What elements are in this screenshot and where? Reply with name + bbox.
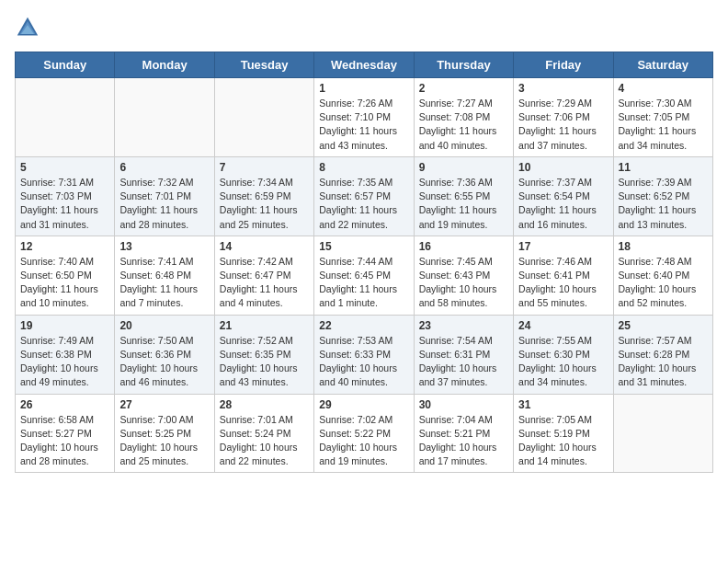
day-info: Sunrise: 7:32 AM Sunset: 7:01 PM Dayligh…: [119, 176, 209, 232]
calendar-week-row: 1Sunrise: 7:26 AM Sunset: 7:10 PM Daylig…: [16, 78, 713, 157]
calendar-cell: 6Sunrise: 7:32 AM Sunset: 7:01 PM Daylig…: [115, 156, 214, 236]
day-info: Sunrise: 7:42 AM Sunset: 6:47 PM Dayligh…: [220, 255, 309, 311]
calendar-week-row: 26Sunrise: 6:58 AM Sunset: 5:27 PM Dayli…: [16, 394, 713, 473]
day-info: Sunrise: 7:41 AM Sunset: 6:48 PM Dayligh…: [119, 255, 209, 311]
calendar-cell: 21Sunrise: 7:52 AM Sunset: 6:35 PM Dayli…: [214, 315, 313, 394]
day-info: Sunrise: 7:31 AM Sunset: 7:03 PM Dayligh…: [20, 176, 109, 232]
day-info: Sunrise: 7:04 AM Sunset: 5:21 PM Dayligh…: [419, 413, 508, 469]
calendar-cell: [115, 78, 214, 157]
calendar-cell: 19Sunrise: 7:49 AM Sunset: 6:38 PM Dayli…: [16, 315, 115, 394]
day-info: Sunrise: 7:45 AM Sunset: 6:43 PM Dayligh…: [419, 255, 508, 311]
day-number: 24: [518, 319, 608, 332]
day-info: Sunrise: 7:37 AM Sunset: 6:54 PM Dayligh…: [518, 176, 608, 232]
day-info: Sunrise: 7:36 AM Sunset: 6:55 PM Dayligh…: [419, 176, 508, 232]
day-header: Saturday: [613, 52, 712, 78]
day-number: 30: [419, 398, 508, 411]
calendar-cell: 24Sunrise: 7:55 AM Sunset: 6:30 PM Dayli…: [514, 315, 613, 394]
day-info: Sunrise: 7:01 AM Sunset: 5:24 PM Dayligh…: [220, 413, 309, 469]
day-header: Wednesday: [314, 52, 414, 78]
day-info: Sunrise: 7:29 AM Sunset: 7:06 PM Dayligh…: [518, 97, 608, 153]
day-info: Sunrise: 7:54 AM Sunset: 6:31 PM Dayligh…: [419, 334, 508, 390]
day-number: 5: [20, 161, 109, 174]
day-info: Sunrise: 7:05 AM Sunset: 5:19 PM Dayligh…: [518, 413, 608, 469]
calendar-week-row: 19Sunrise: 7:49 AM Sunset: 6:38 PM Dayli…: [16, 315, 713, 394]
day-number: 17: [518, 240, 608, 253]
day-number: 11: [619, 161, 708, 174]
day-number: 6: [119, 161, 209, 174]
calendar-cell: 23Sunrise: 7:54 AM Sunset: 6:31 PM Dayli…: [414, 315, 513, 394]
calendar-cell: [214, 78, 313, 157]
calendar-week-row: 12Sunrise: 7:40 AM Sunset: 6:50 PM Dayli…: [16, 236, 713, 315]
logo-icon: [15, 15, 40, 40]
calendar-cell: 17Sunrise: 7:46 AM Sunset: 6:41 PM Dayli…: [514, 236, 613, 315]
day-header: Thursday: [414, 52, 513, 78]
calendar-cell: 27Sunrise: 7:00 AM Sunset: 5:25 PM Dayli…: [115, 394, 214, 473]
calendar-cell: 14Sunrise: 7:42 AM Sunset: 6:47 PM Dayli…: [214, 236, 313, 315]
calendar-cell: 1Sunrise: 7:26 AM Sunset: 7:10 PM Daylig…: [314, 78, 414, 157]
day-info: Sunrise: 7:40 AM Sunset: 6:50 PM Dayligh…: [20, 255, 109, 311]
day-number: 13: [119, 240, 209, 253]
day-info: Sunrise: 7:50 AM Sunset: 6:36 PM Dayligh…: [119, 334, 209, 390]
day-number: 10: [518, 161, 608, 174]
day-number: 31: [518, 398, 608, 411]
day-number: 2: [419, 82, 508, 95]
day-number: 8: [319, 161, 408, 174]
day-number: 21: [220, 319, 309, 332]
day-info: Sunrise: 7:49 AM Sunset: 6:38 PM Dayligh…: [20, 334, 109, 390]
calendar-table: SundayMondayTuesdayWednesdayThursdayFrid…: [15, 52, 713, 473]
day-header: Sunday: [16, 52, 115, 78]
calendar-cell: 18Sunrise: 7:48 AM Sunset: 6:40 PM Dayli…: [613, 236, 712, 315]
day-info: Sunrise: 7:53 AM Sunset: 6:33 PM Dayligh…: [319, 334, 408, 390]
calendar-cell: 11Sunrise: 7:39 AM Sunset: 6:52 PM Dayli…: [613, 156, 712, 236]
day-number: 4: [619, 82, 708, 95]
calendar-cell: 2Sunrise: 7:27 AM Sunset: 7:08 PM Daylig…: [414, 78, 513, 157]
day-number: 28: [220, 398, 309, 411]
day-number: 27: [119, 398, 209, 411]
calendar-cell: 30Sunrise: 7:04 AM Sunset: 5:21 PM Dayli…: [414, 394, 513, 473]
calendar-cell: 13Sunrise: 7:41 AM Sunset: 6:48 PM Dayli…: [115, 236, 214, 315]
day-number: 29: [319, 398, 408, 411]
day-info: Sunrise: 7:34 AM Sunset: 6:59 PM Dayligh…: [220, 176, 309, 232]
day-info: Sunrise: 7:48 AM Sunset: 6:40 PM Dayligh…: [619, 255, 708, 311]
day-info: Sunrise: 7:35 AM Sunset: 6:57 PM Dayligh…: [319, 176, 408, 232]
day-header: Friday: [514, 52, 613, 78]
day-number: 1: [319, 82, 408, 95]
day-info: Sunrise: 7:52 AM Sunset: 6:35 PM Dayligh…: [220, 334, 309, 390]
calendar-cell: 16Sunrise: 7:45 AM Sunset: 6:43 PM Dayli…: [414, 236, 513, 315]
day-info: Sunrise: 7:02 AM Sunset: 5:22 PM Dayligh…: [319, 413, 408, 469]
calendar-cell: 29Sunrise: 7:02 AM Sunset: 5:22 PM Dayli…: [314, 394, 414, 473]
day-number: 9: [419, 161, 508, 174]
calendar-week-row: 5Sunrise: 7:31 AM Sunset: 7:03 PM Daylig…: [16, 156, 713, 236]
day-number: 3: [518, 82, 608, 95]
day-info: Sunrise: 7:39 AM Sunset: 6:52 PM Dayligh…: [619, 176, 708, 232]
day-info: Sunrise: 7:27 AM Sunset: 7:08 PM Dayligh…: [419, 97, 508, 153]
day-number: 12: [20, 240, 109, 253]
day-info: Sunrise: 7:46 AM Sunset: 6:41 PM Dayligh…: [518, 255, 608, 311]
calendar-cell: 10Sunrise: 7:37 AM Sunset: 6:54 PM Dayli…: [514, 156, 613, 236]
calendar-cell: [613, 394, 712, 473]
day-number: 20: [119, 319, 209, 332]
day-number: 19: [20, 319, 109, 332]
day-number: 23: [419, 319, 508, 332]
day-info: Sunrise: 7:44 AM Sunset: 6:45 PM Dayligh…: [319, 255, 408, 311]
calendar-cell: 22Sunrise: 7:53 AM Sunset: 6:33 PM Dayli…: [314, 315, 414, 394]
day-number: 15: [319, 240, 408, 253]
day-info: Sunrise: 7:57 AM Sunset: 6:28 PM Dayligh…: [619, 334, 708, 390]
calendar-cell: 9Sunrise: 7:36 AM Sunset: 6:55 PM Daylig…: [414, 156, 513, 236]
calendar-cell: [16, 78, 115, 157]
day-number: 14: [220, 240, 309, 253]
calendar-header-row: SundayMondayTuesdayWednesdayThursdayFrid…: [16, 52, 713, 78]
calendar-cell: 3Sunrise: 7:29 AM Sunset: 7:06 PM Daylig…: [514, 78, 613, 157]
day-info: Sunrise: 7:55 AM Sunset: 6:30 PM Dayligh…: [518, 334, 608, 390]
day-info: Sunrise: 7:26 AM Sunset: 7:10 PM Dayligh…: [319, 97, 408, 153]
calendar-cell: 25Sunrise: 7:57 AM Sunset: 6:28 PM Dayli…: [613, 315, 712, 394]
day-number: 25: [619, 319, 708, 332]
calendar-cell: 31Sunrise: 7:05 AM Sunset: 5:19 PM Dayli…: [514, 394, 613, 473]
day-number: 22: [319, 319, 408, 332]
day-info: Sunrise: 7:00 AM Sunset: 5:25 PM Dayligh…: [119, 413, 209, 469]
calendar-cell: 12Sunrise: 7:40 AM Sunset: 6:50 PM Dayli…: [16, 236, 115, 315]
day-info: Sunrise: 7:30 AM Sunset: 7:05 PM Dayligh…: [619, 97, 708, 153]
day-header: Tuesday: [214, 52, 313, 78]
logo: [15, 15, 44, 40]
calendar-cell: 7Sunrise: 7:34 AM Sunset: 6:59 PM Daylig…: [214, 156, 313, 236]
